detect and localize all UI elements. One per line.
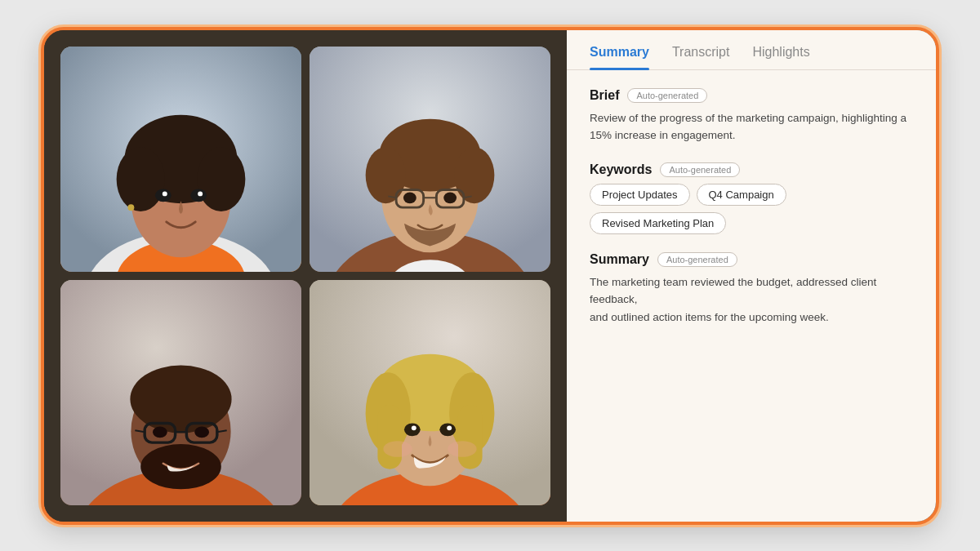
keywords-title: Keywords bbox=[590, 162, 652, 177]
summary-title: Summary bbox=[590, 252, 649, 267]
keywords-header: Keywords Auto-generated bbox=[590, 162, 913, 177]
brief-badge: Auto-generated bbox=[627, 88, 707, 103]
svg-point-27 bbox=[443, 192, 457, 203]
main-frame: Summary Transcript Highlights Brief Auto… bbox=[41, 27, 939, 525]
keyword-chip-2[interactable]: Q4 Campaign bbox=[697, 184, 786, 206]
svg-rect-49 bbox=[458, 404, 483, 469]
video-cell-2 bbox=[310, 47, 550, 272]
svg-point-26 bbox=[403, 192, 416, 203]
brief-title: Brief bbox=[590, 88, 619, 103]
svg-point-39 bbox=[194, 426, 209, 438]
svg-point-7 bbox=[197, 147, 245, 211]
video-cell-1 bbox=[60, 47, 301, 272]
brief-header: Brief Auto-generated bbox=[590, 88, 913, 103]
summary-panel: Summary Transcript Highlights Brief Auto… bbox=[567, 30, 936, 522]
summary-text: The marketing team reviewed the budget, … bbox=[590, 273, 913, 327]
svg-point-38 bbox=[153, 426, 167, 438]
tab-summary[interactable]: Summary bbox=[590, 45, 649, 69]
keyword-chip-1[interactable]: Project Updates bbox=[590, 184, 690, 206]
tab-highlights[interactable]: Highlights bbox=[752, 45, 809, 69]
svg-point-12 bbox=[127, 204, 134, 211]
brief-text: Review of the progress of the marketing … bbox=[590, 109, 913, 144]
content-area: Brief Auto-generated Review of the progr… bbox=[567, 70, 936, 522]
video-panel bbox=[44, 30, 567, 522]
svg-point-6 bbox=[117, 147, 165, 211]
svg-point-54 bbox=[383, 441, 412, 457]
summary-section: Summary Auto-generated The marketing tea… bbox=[590, 252, 913, 327]
svg-point-10 bbox=[163, 191, 167, 196]
svg-point-19 bbox=[366, 147, 406, 203]
svg-point-53 bbox=[447, 425, 452, 430]
svg-point-11 bbox=[198, 191, 203, 196]
svg-point-32 bbox=[130, 365, 231, 433]
keywords-row: Project Updates Q4 Campaign Revised Mark… bbox=[590, 184, 913, 234]
keyword-chip-3[interactable]: Revised Marketing Plan bbox=[590, 212, 726, 234]
summary-badge: Auto-generated bbox=[657, 252, 737, 267]
svg-point-52 bbox=[412, 425, 416, 430]
svg-point-20 bbox=[454, 147, 494, 203]
svg-point-40 bbox=[140, 444, 221, 489]
tab-bar: Summary Transcript Highlights bbox=[567, 30, 936, 70]
tab-transcript[interactable]: Transcript bbox=[672, 45, 730, 69]
svg-rect-48 bbox=[377, 404, 402, 469]
summary-header: Summary Auto-generated bbox=[590, 252, 913, 267]
keywords-badge: Auto-generated bbox=[660, 162, 740, 177]
video-cell-4 bbox=[310, 280, 550, 505]
keywords-section: Keywords Auto-generated Project Updates … bbox=[590, 162, 913, 234]
video-cell-3 bbox=[60, 280, 301, 505]
svg-point-55 bbox=[448, 441, 476, 457]
brief-section: Brief Auto-generated Review of the progr… bbox=[590, 88, 913, 144]
